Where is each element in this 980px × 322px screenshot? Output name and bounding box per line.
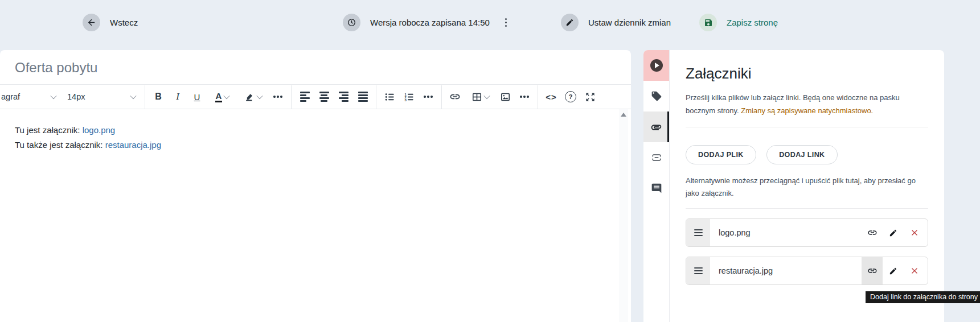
tab-media[interactable]	[643, 50, 669, 81]
content-line: Tu jest załącznik: logo.png	[15, 123, 616, 138]
panel-title: Załączniki	[686, 64, 928, 83]
add-file-button[interactable]: DODAJ PLIK	[686, 145, 756, 164]
add-attachment-link-button[interactable]	[862, 219, 883, 246]
underline-button[interactable]: U	[187, 87, 207, 106]
drag-handle-icon	[694, 267, 703, 274]
toolbar-divider	[376, 85, 376, 109]
drag-handle[interactable]	[686, 257, 710, 284]
more-list-options-button[interactable]	[419, 87, 438, 106]
align-right-button[interactable]	[334, 87, 353, 106]
edit-attachment-button[interactable]	[883, 257, 904, 284]
edit-attachment-button[interactable]	[883, 219, 904, 246]
tag-icon	[651, 90, 662, 102]
comment-icon	[651, 183, 662, 194]
insert-image-button[interactable]	[495, 87, 515, 106]
paperclip-icon	[650, 121, 662, 133]
floppy-disk-icon	[704, 18, 713, 27]
save-page-button[interactable]	[699, 14, 717, 31]
changelog-button[interactable]	[561, 14, 579, 31]
draft-status-text: Wersja robocza zapisana 14:50	[370, 18, 490, 27]
chevron-down-icon	[50, 93, 56, 99]
tab-fields[interactable]	[643, 142, 669, 173]
page-title[interactable]: Oferta pobytu	[0, 50, 631, 76]
back-button[interactable]	[83, 14, 100, 31]
attachment-name: logo.png	[710, 219, 862, 246]
save-page-label[interactable]: Zapisz stronę	[727, 18, 778, 27]
more-options-kebab-icon[interactable]	[503, 16, 509, 29]
panel-divider	[686, 208, 928, 209]
changelog-label[interactable]: Ustaw dziennik zmian	[588, 18, 671, 27]
content-text: Tu jest załącznik:	[15, 125, 83, 135]
align-center-icon	[319, 92, 329, 101]
more-formatting-button[interactable]	[268, 87, 288, 106]
align-left-icon	[300, 92, 310, 101]
arrow-left-icon	[87, 18, 96, 27]
clock-icon	[347, 18, 356, 27]
close-icon	[911, 267, 919, 275]
font-size-dropdown[interactable]: 14px	[61, 87, 141, 106]
align-right-icon	[339, 92, 348, 101]
tab-comments[interactable]	[643, 173, 669, 204]
draft-status-group: Wersja robocza zapisana 14:50	[343, 13, 509, 32]
table-icon	[471, 92, 482, 102]
font-size-value: 14px	[67, 92, 85, 101]
delete-attachment-button[interactable]	[904, 219, 925, 246]
bullet-list-button[interactable]	[380, 87, 399, 106]
editor-scrollbar[interactable]	[619, 109, 628, 322]
svg-text:3: 3	[404, 98, 407, 101]
changelog-group: Ustaw dziennik zmian	[561, 13, 671, 32]
save-group: Zapisz stronę	[699, 13, 778, 32]
paragraph-style-dropdown[interactable]: agraf	[0, 87, 61, 106]
link-icon	[449, 91, 461, 102]
play-icon	[650, 59, 663, 72]
draft-status-button[interactable]	[343, 14, 360, 31]
description-highlight: Zmiany są zapisywane natychmiastowo.	[741, 106, 873, 115]
insert-link-button[interactable]	[445, 87, 465, 106]
drag-handle[interactable]	[686, 219, 710, 246]
bold-icon: B	[155, 92, 162, 102]
side-panel-card: Załączniki Prześlij kilka plików lub zał…	[643, 50, 944, 322]
italic-icon: I	[176, 91, 179, 102]
pencil-icon	[889, 229, 897, 237]
content-line: Tu także jest załącznik: restauracja.jpg	[15, 138, 616, 152]
insert-table-button[interactable]	[465, 87, 495, 106]
tab-tags[interactable]	[643, 81, 669, 112]
chevron-down-icon	[130, 93, 136, 99]
bold-button[interactable]: B	[149, 87, 168, 106]
attachment-inline-link[interactable]: logo.png	[83, 125, 116, 135]
panel-tab-strip	[643, 50, 670, 322]
fullscreen-button[interactable]	[580, 87, 600, 106]
panel-divider	[686, 127, 928, 127]
highlight-color-button[interactable]	[237, 87, 268, 106]
ellipsis-icon	[424, 96, 432, 97]
ellipsis-icon	[520, 96, 528, 97]
help-button[interactable]: ?	[561, 87, 580, 106]
richtext-content[interactable]: Tu jest załącznik: logo.png Tu także jes…	[0, 109, 631, 166]
numbered-list-button[interactable]: 123	[399, 87, 419, 106]
delete-attachment-button[interactable]	[904, 257, 925, 284]
fullscreen-icon	[585, 92, 596, 102]
link-icon	[867, 228, 878, 238]
attachment-inline-link[interactable]: restauracja.jpg	[105, 140, 161, 150]
add-link-button[interactable]: DODAJ LINK	[766, 145, 837, 164]
pencil-icon	[889, 267, 897, 275]
toolbar-divider	[291, 85, 292, 109]
align-center-button[interactable]	[314, 87, 334, 106]
more-insert-options-button[interactable]	[515, 87, 534, 106]
source-code-button[interactable]: <>	[542, 87, 561, 106]
justify-button[interactable]	[353, 87, 372, 106]
tab-attachments[interactable]	[643, 112, 669, 142]
align-left-button[interactable]	[295, 87, 314, 106]
back-label[interactable]: Wstecz	[110, 18, 138, 27]
attachments-panel: Załączniki Prześlij kilka plików lub zał…	[670, 50, 944, 322]
help-icon: ?	[565, 91, 576, 102]
italic-button[interactable]: I	[168, 87, 187, 106]
drag-handle-icon	[694, 229, 703, 236]
editor-card: Oferta pobytu agraf 14px B I U A	[0, 50, 631, 322]
text-color-icon: A	[215, 92, 223, 102]
add-attachment-link-button[interactable]	[862, 257, 883, 284]
scroll-up-arrow-icon[interactable]	[621, 113, 626, 117]
text-color-button[interactable]: A	[207, 87, 237, 106]
attachment-name: restauracja.jpg	[710, 257, 862, 284]
toolbar-divider	[441, 85, 442, 109]
